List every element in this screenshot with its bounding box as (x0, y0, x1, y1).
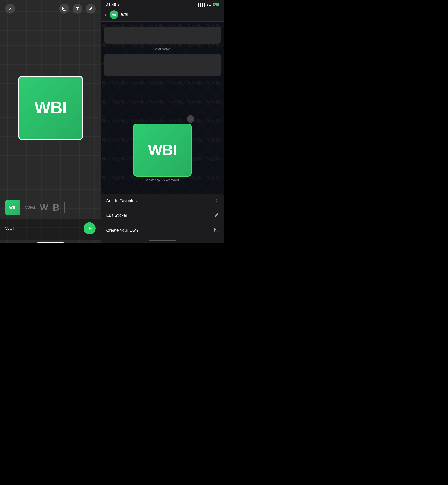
chat-name[interactable]: WBI (121, 13, 128, 17)
left-bottom-bar: WBI ➤ (0, 219, 101, 240)
svg-rect-0 (63, 7, 66, 10)
sticker-icon (62, 7, 66, 11)
create-sticker-icon (214, 227, 219, 233)
sticker-source-label: WhatsApp Sticker Maker (146, 178, 179, 182)
chat-avatar: WBI (110, 10, 118, 19)
status-icons: ▐▐▐▐ 5G 73+ (197, 3, 219, 7)
battery-badge: 73+ (213, 3, 219, 7)
svg-point-4 (215, 229, 216, 230)
sticker-popup: ✕ WBI WhatsApp Sticker Maker (132, 115, 193, 182)
create-your-own-label: Create Your Own (106, 228, 138, 233)
left-panel: ✕ T WBI (0, 0, 101, 242)
send-icon: ➤ (88, 226, 92, 231)
avatar-text: WBI (112, 13, 116, 16)
close-button[interactable]: ✕ (5, 4, 15, 14)
sticker-thumb-wbi: WBI (9, 205, 17, 210)
popup-sticker-image[interactable]: WBI (133, 123, 192, 177)
variant-text-b[interactable]: B (53, 202, 59, 213)
sticker-thumb-active[interactable]: WBI (5, 200, 20, 215)
home-indicator-left (37, 242, 64, 242)
add-to-favorites-item[interactable]: Add to Favorites ☆ (101, 194, 224, 208)
edit-icon (89, 7, 93, 11)
sticker-canvas: WBI (0, 19, 101, 196)
sticker-wbi-text-large: WBI (34, 98, 66, 117)
close-icon: ✕ (9, 7, 12, 11)
popup-close-button[interactable]: ✕ (187, 115, 194, 123)
date-separator: Wednesday (101, 45, 224, 52)
right-panel: 21:45 ▲ ▐▐▐▐ 5G 73+ ‹ WBI WBI Wednesday … (101, 0, 224, 242)
variant-text-w[interactable]: W (40, 202, 48, 213)
status-time: 21:45 ▲ (106, 3, 120, 7)
message-bubble-2 (104, 54, 221, 76)
chat-header: ‹ WBI WBI (101, 8, 224, 22)
location-icon: ▲ (117, 3, 120, 7)
time-display: 21:45 (106, 3, 116, 7)
sticker-strip: WBI WBI W B (0, 196, 101, 219)
message-bubble-1 (104, 26, 221, 44)
home-indicator-right (149, 240, 176, 241)
sticker-button[interactable] (59, 4, 69, 14)
left-toolbar: T (59, 4, 96, 14)
send-button[interactable]: ➤ (83, 222, 96, 234)
bottom-sheet: Add to Favorites ☆ Edit Sticker Create Y… (101, 194, 224, 242)
left-top-bar: ✕ T (0, 0, 101, 16)
popup-close-icon: ✕ (189, 117, 192, 121)
edit-pencil-icon (215, 213, 219, 218)
svg-rect-3 (214, 228, 218, 232)
edit-sticker-item[interactable]: Edit Sticker (101, 208, 224, 223)
variant-text-i[interactable] (64, 202, 65, 213)
back-button[interactable]: ‹ (105, 11, 107, 19)
add-to-favorites-label: Add to Favorites (106, 198, 136, 203)
svg-point-2 (64, 8, 65, 8)
text-icon: T (76, 7, 79, 11)
network-label: 5G (207, 3, 211, 7)
svg-point-1 (64, 8, 64, 8)
svg-point-5 (217, 229, 217, 230)
favorites-star-icon: ☆ (215, 198, 219, 203)
edit-sticker-label: Edit Sticker (106, 213, 127, 218)
sticker-preview-main: WBI (18, 76, 83, 140)
edit-button[interactable] (86, 4, 96, 14)
create-your-own-item[interactable]: Create Your Own (101, 223, 224, 238)
status-bar: 21:45 ▲ ▐▐▐▐ 5G 73+ (101, 0, 224, 8)
popup-sticker-wbi: WBI (148, 141, 177, 159)
text-button[interactable]: T (72, 4, 82, 14)
caption-label: WBI (5, 226, 14, 231)
signal-icon: ▐▐▐▐ (197, 3, 205, 7)
variant-text-wbi[interactable]: WBI (25, 204, 35, 210)
